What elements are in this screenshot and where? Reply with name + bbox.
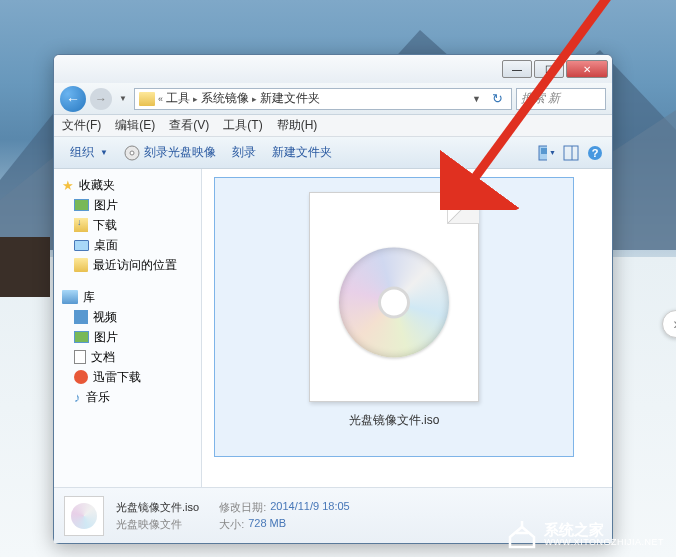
burn-image-button[interactable]: 刻录光盘映像 [116,141,224,164]
size-value: 728 MB [248,517,286,532]
address-dropdown[interactable]: ▼ [468,94,485,104]
menu-edit[interactable]: 编辑(E) [115,117,155,134]
menu-help[interactable]: 帮助(H) [277,117,318,134]
xunlei-icon [74,370,88,384]
breadcrumb-item[interactable]: 新建文件夹 [260,90,320,107]
refresh-button[interactable]: ↻ [488,91,507,106]
breadcrumb-item[interactable]: 工具 [166,90,190,107]
nav-bar: ← → ▼ « 工具 ▸ 系统镜像 ▸ 新建文件夹 ▼ ↻ 搜索 新 [54,83,612,115]
modified-value[interactable]: 2014/11/9 18:05 [270,500,350,515]
folder-icon [139,92,155,106]
sidebar-item-downloads[interactable]: 下载 [54,215,201,235]
maximize-button[interactable]: ☐ [534,60,564,78]
help-button[interactable]: ? [586,144,604,162]
watermark: 系统之家 WWW.XITONGZHIJIA.NET [506,521,664,549]
videos-icon [74,310,88,324]
preview-pane-button[interactable] [562,144,580,162]
desktop-icon [74,240,89,251]
documents-icon [74,350,86,364]
modified-label: 修改日期: [219,500,266,515]
details-filename: 光盘镜像文件.iso [116,500,199,515]
forward-button: → [90,88,112,110]
menu-bar: 文件(F) 编辑(E) 查看(V) 工具(T) 帮助(H) [54,115,612,137]
pictures-icon [74,199,89,211]
libraries-header[interactable]: 库 [54,287,201,307]
menu-tools[interactable]: 工具(T) [223,117,262,134]
svg-rect-4 [541,148,547,154]
nav-history-dropdown[interactable]: ▼ [116,94,130,103]
disc-icon [124,145,140,161]
sidebar-item-recent[interactable]: 最近访问的位置 [54,255,201,275]
details-filetype: 光盘映像文件 [116,517,199,532]
recent-icon [74,258,88,272]
svg-point-2 [130,151,134,155]
downloads-icon [74,218,88,232]
new-folder-button[interactable]: 新建文件夹 [264,141,340,164]
close-button[interactable]: ✕ [566,60,608,78]
watermark-logo-icon [506,521,538,549]
menu-view[interactable]: 查看(V) [169,117,209,134]
sidebar-item-pictures2[interactable]: 图片 [54,327,201,347]
sidebar-item-desktop[interactable]: 桌面 [54,235,201,255]
back-button[interactable]: ← [60,86,86,112]
organize-button[interactable]: 组织▼ [62,141,116,164]
sidebar-item-videos[interactable]: 视频 [54,307,201,327]
pictures-icon [74,331,89,343]
breadcrumb-item[interactable]: 系统镜像 [201,90,249,107]
svg-rect-5 [564,146,578,160]
burn-button[interactable]: 刻录 [224,141,264,164]
minimize-button[interactable]: — [502,60,532,78]
size-label: 大小: [219,517,244,532]
iso-file-icon [309,192,479,402]
star-icon: ★ [62,178,74,193]
navigation-pane: ★收藏夹 图片 下载 桌面 最近访问的位置 库 视频 图片 文档 迅雷下载 ♪音… [54,169,202,487]
sidebar-item-xunlei[interactable]: 迅雷下载 [54,367,201,387]
svg-text:?: ? [592,147,599,159]
toolbar: 组织▼ 刻录光盘映像 刻录 新建文件夹 ▼ ? [54,137,612,169]
music-icon: ♪ [74,390,81,405]
breadcrumb-overflow[interactable]: « [158,94,163,104]
sidebar-item-music[interactable]: ♪音乐 [54,387,201,407]
file-list-area[interactable]: 光盘镜像文件.iso [202,169,612,487]
menu-file[interactable]: 文件(F) [62,117,101,134]
sidebar-item-documents[interactable]: 文档 [54,347,201,367]
address-bar[interactable]: « 工具 ▸ 系统镜像 ▸ 新建文件夹 ▼ ↻ [134,88,512,110]
libraries-icon [62,290,78,304]
file-item-iso[interactable]: 光盘镜像文件.iso [214,177,574,457]
view-mode-button[interactable]: ▼ [538,144,556,162]
sidebar-item-pictures[interactable]: 图片 [54,195,201,215]
favorites-header[interactable]: ★收藏夹 [54,175,201,195]
explorer-window: — ☐ ✕ ← → ▼ « 工具 ▸ 系统镜像 ▸ 新建文件夹 ▼ ↻ 搜索 新… [53,54,613,544]
file-name-label: 光盘镜像文件.iso [349,412,440,429]
titlebar: — ☐ ✕ [54,55,612,83]
details-file-icon [64,496,104,536]
search-input[interactable]: 搜索 新 [516,88,606,110]
